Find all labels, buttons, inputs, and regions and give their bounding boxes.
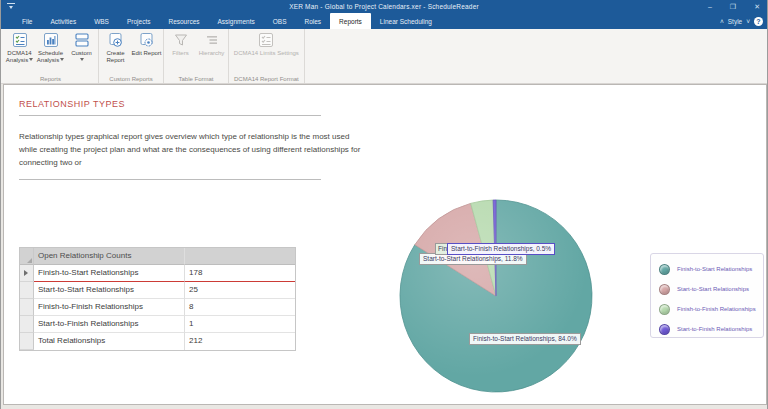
dropdown-caret-icon xyxy=(29,58,33,61)
report-panel: RELATIONSHIP TYPES Relationship types gr… xyxy=(3,84,767,405)
dropdown-caret-icon xyxy=(60,58,64,61)
legend-item: Finish-to-Finish Relationships xyxy=(659,301,763,317)
style-caret-icon[interactable]: ˅ xyxy=(746,18,750,25)
row-selector[interactable] xyxy=(20,299,34,316)
schedule-analysis-button[interactable]: Schedule Analysis xyxy=(35,30,66,75)
row-selector[interactable] xyxy=(20,265,34,282)
custom-reports-dropdown-button[interactable]: Custom xyxy=(66,30,97,75)
ribbon-button-label: Custom xyxy=(71,50,92,63)
collapse-ribbon-icon[interactable]: ˄ xyxy=(720,18,724,25)
quick-access-toolbar-icon[interactable] xyxy=(7,3,15,9)
table-row[interactable]: Total Relationships 212 xyxy=(20,333,295,350)
tab-obs[interactable]: OBS xyxy=(264,13,296,29)
table-row[interactable]: Finish-to-Start Relationships 178 xyxy=(20,265,295,282)
select-all-corner[interactable] xyxy=(20,248,34,265)
table-row[interactable]: Start-to-Finish Relationships 1 xyxy=(20,316,295,333)
relationship-counts-table: Open Relationship Counts Finish-to-Start… xyxy=(19,247,296,351)
ribbon-group-table-format: Filters Hierarchy Table Format xyxy=(164,29,229,84)
report-description: Relationship types graphical report give… xyxy=(19,130,369,169)
minimize-button[interactable]: – xyxy=(705,0,715,13)
ribbon-button-label: DCMA14 Analysis xyxy=(4,50,35,63)
report-edit-icon xyxy=(139,32,155,48)
layers-icon xyxy=(74,32,90,48)
tab-assignments[interactable]: Assignments xyxy=(209,13,264,29)
ribbon: DCMA14 Analysis Schedule Analysis Custom… xyxy=(1,29,767,84)
ribbon-group-dcma14-report-format: DCMA14 Limits Settings DCMA14 Report For… xyxy=(229,29,305,84)
dcma14-limits-settings-button: DCMA14 Limits Settings xyxy=(231,30,301,75)
tab-linear-scheduling[interactable]: Linear Scheduling xyxy=(371,13,441,29)
column-header: Open Relationship Counts xyxy=(34,248,184,265)
tab-wbs[interactable]: WBS xyxy=(85,13,118,29)
window-bottom-edge xyxy=(1,405,767,409)
table-header-row: Open Relationship Counts xyxy=(20,248,295,265)
legend-item: Start-to-Finish Relationships xyxy=(659,321,763,337)
tab-reports[interactable]: Reports xyxy=(330,13,371,29)
ribbon-tabs: File Activities WBS Projects Resources A… xyxy=(1,13,441,29)
legend-item: Finish-to-Start Relationships xyxy=(659,261,763,277)
hierarchy-icon xyxy=(204,32,220,48)
divider xyxy=(19,179,321,180)
window-title: XER Man - Global to Project Calendars.xe… xyxy=(1,3,767,10)
tab-file[interactable]: File xyxy=(13,13,41,29)
ribbon-group-reports: DCMA14 Analysis Schedule Analysis Custom… xyxy=(3,29,99,84)
dropdown-caret-icon xyxy=(80,58,84,61)
checklist-icon xyxy=(12,32,28,48)
app-window: XER Man - Global to Project Calendars.xe… xyxy=(0,0,768,409)
ribbon-group-custom-reports: Create Report Edit Report Custom Reports xyxy=(99,29,164,84)
style-menu[interactable]: Style xyxy=(728,18,742,25)
table-row[interactable]: Start-to-Start Relationships 25 xyxy=(20,282,295,299)
menubar: File Activities WBS Projects Resources A… xyxy=(1,13,767,29)
legend-swatch-start-to-start xyxy=(659,284,670,295)
divider xyxy=(19,115,321,116)
legend-swatch-finish-to-finish xyxy=(659,304,670,315)
ribbon-button-label: Schedule Analysis xyxy=(35,50,66,63)
tab-activities[interactable]: Activities xyxy=(41,13,85,29)
pie-label-start-to-finish: Start-to-Finish Relationships, 0.5% xyxy=(447,243,555,255)
bar-chart-icon xyxy=(43,32,59,48)
create-report-button[interactable]: Create Report xyxy=(100,30,131,75)
legend-swatch-start-to-finish xyxy=(659,324,670,335)
tab-roles[interactable]: Roles xyxy=(295,13,330,29)
row-selector[interactable] xyxy=(20,333,34,350)
table-row[interactable]: Finish-to-Finish Relationships 8 xyxy=(20,299,295,316)
report-add-icon xyxy=(108,32,124,48)
dcma14-analysis-button[interactable]: DCMA14 Analysis xyxy=(4,30,35,75)
checklist-gray-icon xyxy=(258,32,274,48)
chart-legend: Finish-to-Start Relationships Start-to-S… xyxy=(650,253,764,338)
edit-report-button[interactable]: Edit Report xyxy=(131,30,162,75)
tab-resources[interactable]: Resources xyxy=(159,13,208,29)
legend-item: Start-to-Start Relationships xyxy=(659,281,763,297)
titlebar: XER Man - Global to Project Calendars.xe… xyxy=(1,0,767,13)
relationship-types-pie-chart[interactable] xyxy=(395,195,597,397)
tab-projects[interactable]: Projects xyxy=(118,13,159,29)
help-icon[interactable]: ? xyxy=(754,17,763,26)
column-header-value xyxy=(184,248,295,265)
row-selector[interactable] xyxy=(20,316,34,333)
filter-icon xyxy=(173,32,189,48)
current-row-marker-icon xyxy=(24,270,28,276)
hierarchy-button: Hierarchy xyxy=(196,30,227,75)
pie-label-finish-to-start: Finish-to-Start Relationships, 84.0% xyxy=(469,333,581,345)
row-selector[interactable] xyxy=(20,282,34,299)
page-title: RELATIONSHIP TYPES xyxy=(19,99,125,109)
filters-button: Filters xyxy=(165,30,196,75)
legend-swatch-finish-to-start xyxy=(659,264,670,275)
restore-button[interactable]: ❐ xyxy=(727,0,739,13)
close-button[interactable]: ✕ xyxy=(751,0,763,13)
